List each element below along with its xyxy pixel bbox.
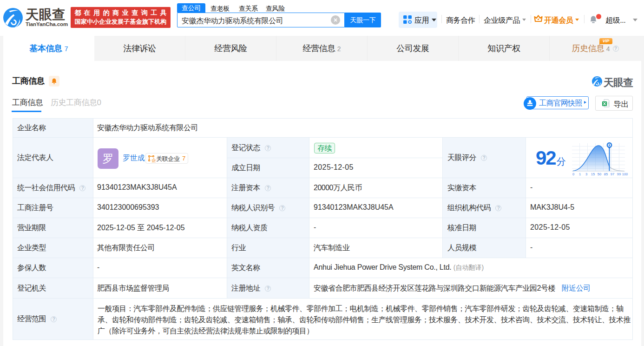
svg-text:97: 97 [611, 172, 614, 176]
svg-text:100: 100 [622, 172, 628, 176]
svg-text:99: 99 [617, 172, 621, 176]
svg-text:1: 1 [579, 172, 581, 176]
svg-text:50: 50 [598, 172, 601, 176]
svg-text:3: 3 [585, 172, 587, 176]
svg-text:15: 15 [591, 172, 595, 176]
svg-text:85: 85 [604, 172, 608, 176]
svg-text:0: 0 [572, 172, 574, 176]
